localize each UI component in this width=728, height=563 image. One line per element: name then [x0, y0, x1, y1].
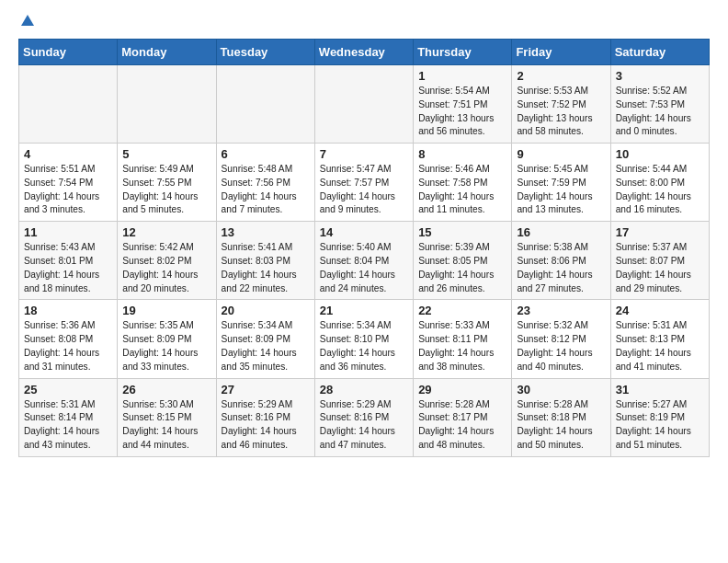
calendar-cell: 22Sunrise: 5:33 AM Sunset: 8:11 PM Dayli… — [414, 300, 512, 378]
day-number: 28 — [320, 383, 408, 396]
calendar-cell: 29Sunrise: 5:28 AM Sunset: 8:17 PM Dayli… — [414, 378, 512, 456]
calendar-cell: 28Sunrise: 5:29 AM Sunset: 8:16 PM Dayli… — [314, 378, 413, 456]
day-info: Sunrise: 5:44 AM Sunset: 8:00 PM Dayligh… — [616, 163, 704, 217]
day-number: 2 — [517, 69, 605, 83]
day-number: 9 — [517, 147, 605, 161]
day-number: 3 — [616, 69, 704, 83]
day-info: Sunrise: 5:40 AM Sunset: 8:04 PM Dayligh… — [320, 241, 408, 295]
day-info: Sunrise: 5:28 AM Sunset: 8:17 PM Dayligh… — [418, 398, 506, 453]
day-number: 15 — [418, 225, 506, 239]
calendar-cell: 24Sunrise: 5:31 AM Sunset: 8:13 PM Dayli… — [610, 300, 709, 378]
calendar-cell: 10Sunrise: 5:44 AM Sunset: 8:00 PM Dayli… — [610, 144, 709, 222]
weekday-header: Wednesday — [314, 40, 413, 65]
day-info: Sunrise: 5:34 AM Sunset: 8:10 PM Dayligh… — [320, 319, 408, 373]
day-info: Sunrise: 5:48 AM Sunset: 7:56 PM Dayligh… — [222, 163, 310, 217]
day-number: 26 — [122, 383, 210, 396]
day-number: 4 — [24, 147, 112, 161]
day-number: 17 — [616, 225, 704, 239]
day-number: 27 — [222, 383, 310, 396]
day-info: Sunrise: 5:30 AM Sunset: 8:15 PM Dayligh… — [122, 398, 210, 453]
calendar-cell: 4Sunrise: 5:51 AM Sunset: 7:54 PM Daylig… — [19, 144, 118, 222]
header — [18, 15, 710, 29]
day-number: 29 — [418, 383, 506, 396]
day-info: Sunrise: 5:45 AM Sunset: 7:59 PM Dayligh… — [517, 163, 605, 217]
calendar-cell: 20Sunrise: 5:34 AM Sunset: 8:09 PM Dayli… — [216, 300, 314, 378]
day-info: Sunrise: 5:38 AM Sunset: 8:06 PM Dayligh… — [517, 241, 605, 295]
day-info: Sunrise: 5:46 AM Sunset: 7:58 PM Dayligh… — [418, 163, 506, 217]
calendar-table: SundayMondayTuesdayWednesdayThursdayFrid… — [18, 39, 710, 457]
day-info: Sunrise: 5:35 AM Sunset: 8:09 PM Dayligh… — [122, 319, 210, 373]
day-info: Sunrise: 5:43 AM Sunset: 8:01 PM Dayligh… — [24, 241, 112, 295]
day-info: Sunrise: 5:27 AM Sunset: 8:19 PM Dayligh… — [616, 398, 704, 453]
day-info: Sunrise: 5:39 AM Sunset: 8:05 PM Dayligh… — [418, 241, 506, 295]
calendar-cell: 6Sunrise: 5:48 AM Sunset: 7:56 PM Daylig… — [216, 144, 314, 222]
calendar-cell: 17Sunrise: 5:37 AM Sunset: 8:07 PM Dayli… — [610, 222, 709, 300]
calendar-cell: 27Sunrise: 5:29 AM Sunset: 8:16 PM Dayli… — [216, 378, 314, 456]
calendar-page: SundayMondayTuesdayWednesdayThursdayFrid… — [0, 0, 728, 476]
calendar-cell: 18Sunrise: 5:36 AM Sunset: 8:08 PM Dayli… — [19, 300, 118, 378]
day-number: 25 — [24, 383, 112, 396]
calendar-week-row: 1Sunrise: 5:54 AM Sunset: 7:51 PM Daylig… — [19, 65, 710, 144]
calendar-week-row: 18Sunrise: 5:36 AM Sunset: 8:08 PM Dayli… — [19, 300, 710, 378]
calendar-cell: 5Sunrise: 5:49 AM Sunset: 7:55 PM Daylig… — [118, 144, 216, 222]
calendar-cell: 31Sunrise: 5:27 AM Sunset: 8:19 PM Dayli… — [610, 378, 709, 456]
calendar-cell: 30Sunrise: 5:28 AM Sunset: 8:18 PM Dayli… — [512, 378, 610, 456]
day-info: Sunrise: 5:29 AM Sunset: 8:16 PM Dayligh… — [222, 398, 310, 453]
calendar-cell: 2Sunrise: 5:53 AM Sunset: 7:52 PM Daylig… — [512, 65, 610, 144]
day-info: Sunrise: 5:34 AM Sunset: 8:09 PM Dayligh… — [222, 319, 310, 373]
calendar-week-row: 11Sunrise: 5:43 AM Sunset: 8:01 PM Dayli… — [19, 222, 710, 300]
day-info: Sunrise: 5:47 AM Sunset: 7:57 PM Dayligh… — [320, 163, 408, 217]
calendar-week-row: 4Sunrise: 5:51 AM Sunset: 7:54 PM Daylig… — [19, 144, 710, 222]
day-number: 1 — [418, 69, 506, 83]
calendar-cell: 7Sunrise: 5:47 AM Sunset: 7:57 PM Daylig… — [314, 144, 413, 222]
calendar-cell: 14Sunrise: 5:40 AM Sunset: 8:04 PM Dayli… — [314, 222, 413, 300]
day-info: Sunrise: 5:32 AM Sunset: 8:12 PM Dayligh… — [517, 319, 605, 373]
day-number: 22 — [418, 304, 506, 317]
day-number: 11 — [24, 225, 112, 239]
day-number: 24 — [616, 304, 704, 317]
weekday-header: Monday — [118, 40, 216, 65]
calendar-cell — [19, 65, 118, 144]
day-number: 21 — [320, 304, 408, 317]
weekday-header: Saturday — [610, 40, 709, 65]
calendar-cell: 13Sunrise: 5:41 AM Sunset: 8:03 PM Dayli… — [216, 222, 314, 300]
day-number: 31 — [616, 383, 704, 396]
day-number: 20 — [222, 304, 310, 317]
day-info: Sunrise: 5:37 AM Sunset: 8:07 PM Dayligh… — [616, 241, 704, 295]
calendar-cell: 15Sunrise: 5:39 AM Sunset: 8:05 PM Dayli… — [414, 222, 512, 300]
calendar-cell: 23Sunrise: 5:32 AM Sunset: 8:12 PM Dayli… — [512, 300, 610, 378]
calendar-cell: 16Sunrise: 5:38 AM Sunset: 8:06 PM Dayli… — [512, 222, 610, 300]
calendar-cell — [118, 65, 216, 144]
logo — [18, 15, 36, 29]
day-info: Sunrise: 5:42 AM Sunset: 8:02 PM Dayligh… — [122, 241, 210, 295]
day-number: 18 — [24, 304, 112, 317]
calendar-cell: 9Sunrise: 5:45 AM Sunset: 7:59 PM Daylig… — [512, 144, 610, 222]
day-info: Sunrise: 5:28 AM Sunset: 8:18 PM Dayligh… — [517, 398, 605, 453]
day-number: 30 — [517, 383, 605, 396]
day-number: 12 — [122, 225, 210, 239]
weekday-header: Tuesday — [216, 40, 314, 65]
calendar-cell: 1Sunrise: 5:54 AM Sunset: 7:51 PM Daylig… — [414, 65, 512, 144]
calendar-cell: 11Sunrise: 5:43 AM Sunset: 8:01 PM Dayli… — [19, 222, 118, 300]
calendar-cell: 8Sunrise: 5:46 AM Sunset: 7:58 PM Daylig… — [414, 144, 512, 222]
day-info: Sunrise: 5:31 AM Sunset: 8:14 PM Dayligh… — [24, 398, 112, 453]
day-info: Sunrise: 5:33 AM Sunset: 8:11 PM Dayligh… — [418, 319, 506, 373]
day-info: Sunrise: 5:52 AM Sunset: 7:53 PM Dayligh… — [616, 85, 704, 139]
day-number: 13 — [222, 225, 310, 239]
calendar-cell — [314, 65, 413, 144]
weekday-header: Friday — [512, 40, 610, 65]
logo-icon — [19, 13, 36, 29]
day-info: Sunrise: 5:51 AM Sunset: 7:54 PM Dayligh… — [24, 163, 112, 217]
weekday-header: Sunday — [19, 40, 118, 65]
calendar-cell: 25Sunrise: 5:31 AM Sunset: 8:14 PM Dayli… — [19, 378, 118, 456]
day-info: Sunrise: 5:54 AM Sunset: 7:51 PM Dayligh… — [418, 85, 506, 139]
calendar-cell: 12Sunrise: 5:42 AM Sunset: 8:02 PM Dayli… — [118, 222, 216, 300]
calendar-cell: 21Sunrise: 5:34 AM Sunset: 8:10 PM Dayli… — [314, 300, 413, 378]
day-number: 7 — [320, 147, 408, 161]
day-info: Sunrise: 5:29 AM Sunset: 8:16 PM Dayligh… — [320, 398, 408, 453]
day-number: 5 — [122, 147, 210, 161]
calendar-cell: 3Sunrise: 5:52 AM Sunset: 7:53 PM Daylig… — [610, 65, 709, 144]
svg-marker-0 — [21, 15, 34, 26]
day-info: Sunrise: 5:31 AM Sunset: 8:13 PM Dayligh… — [616, 319, 704, 373]
day-number: 10 — [616, 147, 704, 161]
